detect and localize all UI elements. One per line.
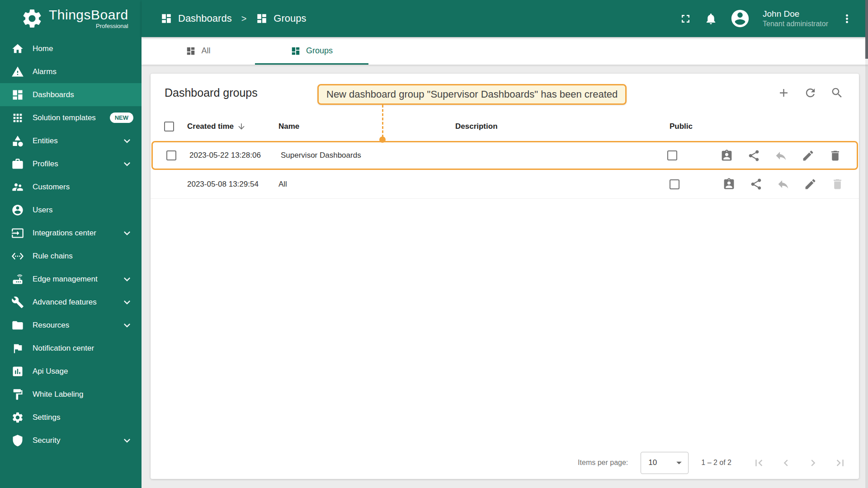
pager-buttons bbox=[752, 456, 847, 469]
page-size-select[interactable]: 10 bbox=[641, 452, 689, 474]
sidebar-item-profiles[interactable]: Profiles bbox=[0, 152, 142, 175]
user-info: John Doe Tenant administrator bbox=[763, 9, 828, 28]
sidebar-item-solution-templates[interactable]: Solution templates NEW bbox=[0, 106, 142, 129]
cell-name: Supervisor Dashboards bbox=[273, 151, 450, 160]
gear-icon bbox=[11, 411, 24, 424]
security-shield-icon bbox=[11, 434, 24, 447]
items-per-page-label: Items per page: bbox=[578, 459, 628, 467]
brand-name: ThingsBoard bbox=[49, 8, 128, 22]
brand-logo[interactable]: ThingsBoard Professional bbox=[0, 0, 142, 37]
customers-icon bbox=[11, 181, 24, 193]
sidebar-item-entities[interactable]: Entities bbox=[0, 129, 142, 152]
notifications-bell-icon[interactable] bbox=[704, 12, 717, 25]
breadcrumb-item-groups[interactable]: Groups bbox=[274, 13, 306, 24]
sidebar-item-home[interactable]: Home bbox=[0, 37, 142, 60]
avatar[interactable] bbox=[730, 8, 750, 29]
make-private-icon[interactable] bbox=[777, 178, 790, 191]
select-all-checkbox[interactable] bbox=[164, 122, 174, 131]
sidebar-item-customers[interactable]: Customers bbox=[0, 175, 142, 198]
chevron-down-icon bbox=[121, 296, 133, 309]
callout-connector-line bbox=[382, 105, 383, 137]
sidebar-item-rule-chains[interactable]: Rule chains bbox=[0, 244, 142, 267]
table-empty-space bbox=[151, 199, 859, 446]
paginator: Items per page: 10 1 – 2 of 2 bbox=[151, 446, 859, 479]
table-row[interactable]: 2023-05-08 13:29:54 All bbox=[151, 170, 859, 199]
sidebar-item-settings[interactable]: Settings bbox=[0, 406, 142, 429]
tab-groups[interactable]: Groups bbox=[255, 37, 368, 65]
share-icon[interactable] bbox=[747, 149, 760, 162]
sidebar-item-users[interactable]: Users bbox=[0, 198, 142, 221]
column-header-created-time[interactable]: Created time bbox=[179, 122, 271, 131]
table-row[interactable]: 2023-05-22 13:28:06 Supervisor Dashboard… bbox=[151, 141, 858, 170]
column-header-description[interactable]: Description bbox=[448, 122, 662, 131]
last-page-icon[interactable] bbox=[834, 456, 847, 469]
sidebar-item-security[interactable]: Security bbox=[0, 429, 142, 452]
column-header-name[interactable]: Name bbox=[271, 122, 448, 131]
next-page-icon[interactable] bbox=[807, 456, 820, 469]
public-checkbox[interactable] bbox=[667, 150, 677, 160]
breadcrumb-item-dashboards[interactable]: Dashboards bbox=[178, 13, 232, 24]
dashboard-groups-card: Dashboard groups New dashboard group "Su… bbox=[151, 74, 859, 479]
scrollbar-thumb[interactable] bbox=[865, 0, 868, 59]
chevron-down-icon bbox=[121, 319, 133, 332]
dashboards-grid-icon bbox=[160, 13, 172, 24]
tab-all[interactable]: All bbox=[142, 37, 255, 65]
more-vert-icon[interactable] bbox=[840, 12, 854, 25]
new-badge: NEW bbox=[110, 113, 133, 123]
users-icon bbox=[11, 204, 24, 216]
edit-pencil-icon[interactable] bbox=[804, 178, 817, 191]
profiles-icon bbox=[11, 158, 24, 170]
breadcrumb-separator: > bbox=[241, 14, 247, 24]
toast-callout: New dashboard group "Supervisor Dashboar… bbox=[317, 84, 627, 105]
sidebar-item-api-usage[interactable]: Api Usage bbox=[0, 360, 142, 383]
add-group-button[interactable] bbox=[777, 86, 790, 99]
share-icon[interactable] bbox=[750, 178, 763, 191]
notification-flag-icon bbox=[11, 342, 24, 355]
chevron-down-icon bbox=[121, 135, 133, 147]
fullscreen-icon[interactable] bbox=[679, 12, 692, 25]
sidebar-item-white-labeling[interactable]: White Labeling bbox=[0, 383, 142, 406]
sidebar: ThingsBoard Professional Home Alarms Das… bbox=[0, 0, 142, 488]
grid-icon bbox=[291, 46, 301, 56]
search-button[interactable] bbox=[830, 86, 844, 99]
page-scrollbar[interactable] bbox=[865, 0, 868, 488]
user-name: John Doe bbox=[763, 9, 828, 19]
rule-chains-icon bbox=[11, 250, 24, 263]
sort-descending-icon bbox=[237, 122, 246, 131]
column-header-public[interactable]: Public bbox=[662, 122, 721, 131]
card-actions bbox=[777, 86, 844, 99]
alarm-warning-icon bbox=[11, 66, 24, 78]
sidebar-item-integrations-center[interactable]: Integrations center bbox=[0, 221, 142, 244]
sidebar-item-edge-management[interactable]: Edge management bbox=[0, 267, 142, 291]
user-role: Tenant administrator bbox=[763, 19, 828, 28]
sidebar-item-alarms[interactable]: Alarms bbox=[0, 60, 142, 83]
cell-created-time: 2023-05-08 13:29:54 bbox=[179, 180, 271, 189]
sidebar-item-advanced-features[interactable]: Advanced features bbox=[0, 291, 142, 314]
row-checkbox[interactable] bbox=[166, 150, 176, 160]
page-title: Dashboard groups bbox=[165, 86, 258, 99]
edge-management-icon bbox=[11, 273, 24, 286]
manage-group-users-icon[interactable] bbox=[720, 149, 733, 162]
tabbar: All Groups bbox=[142, 37, 868, 65]
sidebar-item-notification-center[interactable]: Notification center bbox=[0, 337, 142, 360]
thingsboard-logo-icon bbox=[21, 7, 43, 30]
edit-pencil-icon[interactable] bbox=[802, 149, 815, 162]
integrations-icon bbox=[11, 227, 24, 239]
public-checkbox[interactable] bbox=[670, 179, 679, 189]
delete-trash-icon[interactable] bbox=[829, 149, 842, 162]
page-range-label: 1 – 2 of 2 bbox=[701, 459, 731, 467]
make-private-icon[interactable] bbox=[774, 149, 788, 162]
previous-page-icon[interactable] bbox=[779, 456, 793, 469]
refresh-button[interactable] bbox=[804, 86, 817, 99]
first-page-icon[interactable] bbox=[752, 456, 765, 469]
white-labeling-paint-icon bbox=[11, 388, 24, 401]
dropdown-arrow-icon bbox=[673, 456, 685, 469]
grid-icon bbox=[186, 46, 196, 56]
sidebar-item-resources[interactable]: Resources bbox=[0, 314, 142, 337]
delete-trash-icon bbox=[831, 178, 844, 191]
cell-created-time: 2023-05-22 13:28:06 bbox=[182, 151, 273, 160]
groups-grid-icon bbox=[256, 13, 268, 24]
sidebar-item-dashboards[interactable]: Dashboards bbox=[0, 83, 142, 106]
topbar-right: John Doe Tenant administrator bbox=[679, 8, 854, 29]
manage-group-users-icon[interactable] bbox=[722, 178, 736, 191]
